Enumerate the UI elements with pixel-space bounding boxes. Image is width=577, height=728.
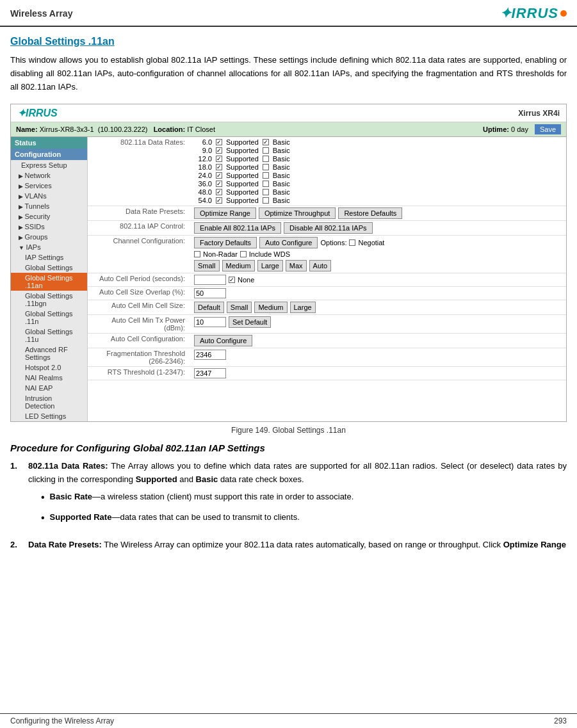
- cell-size-large-btn[interactable]: Large: [257, 260, 283, 271]
- cb-supported-60[interactable]: [216, 139, 222, 145]
- section-heading: Global Settings .11an: [10, 36, 567, 47]
- auto-cell-period-row: Auto Cell Period (seconds): None: [88, 273, 566, 287]
- screenshot-container: ✦IRRUS Xirrus XR4i Name: Xirrus-XR8-3x3-…: [10, 104, 567, 422]
- auto-configure-channel-btn[interactable]: Auto Configure: [259, 237, 318, 248]
- sidebar-item-hotspot[interactable]: Hotspot 2.0: [11, 362, 87, 373]
- supported-rate-text: Supported Rate—data rates that can be us…: [50, 511, 300, 526]
- sidebar-item-nai-eap[interactable]: NAI EAP: [11, 383, 87, 393]
- min-cell-large-btn[interactable]: Large: [290, 302, 316, 313]
- cb-supported-180[interactable]: [216, 164, 222, 170]
- cb-basic-60[interactable]: [263, 139, 269, 145]
- min-cell-medium-btn[interactable]: Medium: [254, 302, 287, 313]
- sidebar-item-intrusion[interactable]: Intrusion Detection: [11, 393, 87, 411]
- ui-logo: ✦IRRUS: [17, 107, 58, 119]
- sidebar-item-global-settings-11u[interactable]: Global Settings .11u: [11, 327, 87, 344]
- disable-all-btn[interactable]: Disable All 802.11a IAPs: [284, 222, 372, 234]
- cb-none[interactable]: [229, 277, 235, 283]
- iap-control-cell: Enable All 802.11a IAPs Disable All 802.…: [190, 221, 566, 236]
- sidebar-item-led[interactable]: LED Settings: [11, 411, 87, 421]
- ui-header: ✦IRRUS Xirrus XR4i: [11, 104, 566, 122]
- optimize-range-btn[interactable]: Optimize Range: [194, 207, 256, 219]
- intro-text: This window allows you to establish glob…: [10, 54, 567, 93]
- frag-threshold-input[interactable]: [194, 350, 226, 360]
- sidebar-item-global-settings-11n[interactable]: Global Settings .11n: [11, 309, 87, 327]
- cb-basic-90[interactable]: [263, 147, 269, 154]
- sidebar-item-tunnels[interactable]: Tunnels: [11, 201, 87, 211]
- cb-basic-240[interactable]: [263, 172, 269, 179]
- ui-screenshot: ✦IRRUS Xirrus XR4i Name: Xirrus-XR8-3x3-…: [11, 104, 566, 421]
- data-rate-presets-row: Data Rate Presets: Optimize Range Optimi…: [88, 206, 566, 221]
- proc-item-2: 2. Data Rate Presets: The Wireless Array…: [10, 538, 567, 552]
- factory-defaults-btn[interactable]: Factory Defaults: [194, 237, 257, 248]
- cb-supported-240[interactable]: [216, 172, 222, 179]
- sidebar-item-advanced-rf[interactable]: Advanced RF Settings: [11, 344, 87, 362]
- sidebar-item-iaps[interactable]: IAPs: [11, 242, 87, 252]
- auto-cell-overlap-label: Auto Cell Size Overlap (%):: [88, 287, 190, 300]
- cb-supported-120[interactable]: [216, 156, 222, 162]
- sidebar-item-ssids[interactable]: SSIDs: [11, 222, 87, 232]
- rts-threshold-input[interactable]: [194, 368, 226, 378]
- sidebar-item-vlans[interactable]: VLANs: [11, 191, 87, 201]
- sidebar-item-services[interactable]: Services: [11, 181, 87, 191]
- cb-basic-120[interactable]: [263, 156, 269, 162]
- auto-cell-overlap-cell: [190, 287, 566, 300]
- set-default-btn[interactable]: Set Default: [229, 316, 271, 328]
- data-rates-cell: 6.0SupportedBasic 9.0SupportedBasic 12.0…: [190, 137, 566, 206]
- min-cell-default-btn[interactable]: Default: [194, 302, 224, 313]
- cb-supported-360[interactable]: [216, 181, 222, 187]
- main-content: Global Settings .11an This window allows…: [0, 27, 577, 569]
- page-title: Wireless Array: [10, 8, 72, 19]
- settings-table: 802.11a Data Rates: 6.0SupportedBasic 9.…: [88, 137, 566, 380]
- ui-device-info: Name: Xirrus-XR8-3x3-1 (10.100.23.222) L…: [16, 125, 215, 133]
- sidebar-item-nai-realms[interactable]: NAI Realms: [11, 373, 87, 383]
- auto-cell-period-cell: None: [190, 273, 566, 287]
- auto-cell-min-label: Auto Cell Min Cell Size:: [88, 300, 190, 315]
- frag-threshold-cell: [190, 348, 566, 367]
- sidebar-item-network[interactable]: Network: [11, 170, 87, 181]
- channel-config-cell: Factory Defaults Auto Configure Options:…: [190, 236, 566, 273]
- sidebar-item-express-setup[interactable]: Express Setup: [11, 160, 87, 170]
- save-button[interactable]: Save: [535, 124, 561, 134]
- cell-size-auto-btn[interactable]: Auto: [309, 260, 332, 271]
- data-rate-presets-cell: Optimize Range Optimize Throughput Resto…: [190, 206, 566, 221]
- cb-non-radar[interactable]: [194, 251, 200, 257]
- cb-supported-480[interactable]: [216, 189, 222, 195]
- sidebar-item-groups[interactable]: Groups: [11, 232, 87, 242]
- cb-basic-360[interactable]: [263, 181, 269, 187]
- auto-cell-period-input[interactable]: [194, 275, 226, 285]
- cb-basic-480[interactable]: [263, 189, 269, 195]
- sidebar-item-global-settings[interactable]: Global Settings: [11, 263, 87, 273]
- cb-include-wds[interactable]: [240, 251, 247, 257]
- sidebar-item-iap-settings[interactable]: IAP Settings: [11, 252, 87, 263]
- cb-supported-540[interactable]: [216, 197, 222, 204]
- restore-defaults-btn[interactable]: Restore Defaults: [338, 207, 402, 219]
- auto-cell-config-cell: Auto Configure: [190, 334, 566, 348]
- cell-size-small-btn[interactable]: Small: [194, 260, 220, 271]
- auto-configure-cell-btn[interactable]: Auto Configure: [194, 335, 252, 346]
- data-rates-label: 802.11a Data Rates:: [88, 137, 190, 206]
- auto-cell-config-label: Auto Cell Configuration:: [88, 334, 190, 348]
- sidebar-item-security[interactable]: Security: [11, 211, 87, 222]
- sidebar-item-global-settings-11an[interactable]: Global Settings .11an: [11, 273, 87, 291]
- auto-cell-overlap-row: Auto Cell Size Overlap (%):: [88, 287, 566, 300]
- enable-all-btn[interactable]: Enable All 802.11a IAPs: [194, 222, 281, 234]
- cb-negotiat[interactable]: [349, 239, 355, 246]
- cell-size-max-btn[interactable]: Max: [286, 260, 307, 271]
- negotiat-label: Negotiat: [358, 239, 384, 247]
- cb-basic-540[interactable]: [263, 197, 269, 204]
- proc-num-2: 2.: [10, 538, 22, 552]
- proc-text-1: 802.11a Data Rates: The Array allows you…: [28, 460, 567, 531]
- min-cell-small-btn[interactable]: Small: [227, 302, 252, 313]
- optimize-throughput-btn[interactable]: Optimize Throughput: [259, 207, 336, 219]
- sidebar-config: Configuration: [11, 149, 87, 160]
- tx-power-input[interactable]: [194, 317, 226, 327]
- cb-basic-180[interactable]: [263, 164, 269, 170]
- sub-item-supported-rate: • Supported Rate—data rates that can be …: [28, 511, 567, 526]
- cell-size-medium-btn[interactable]: Medium: [222, 260, 255, 271]
- data-rates-row: 802.11a Data Rates: 6.0SupportedBasic 9.…: [88, 137, 566, 206]
- basic-rate-text: Basic Rate—a wireless station (client) m…: [50, 490, 354, 506]
- cb-supported-90[interactable]: [216, 147, 222, 154]
- overlap-input[interactable]: [194, 288, 226, 298]
- uptime-label: Uptime: 0 day: [483, 125, 528, 133]
- sidebar-item-global-settings-11bgn[interactable]: Global Settings .11bgn: [11, 291, 87, 309]
